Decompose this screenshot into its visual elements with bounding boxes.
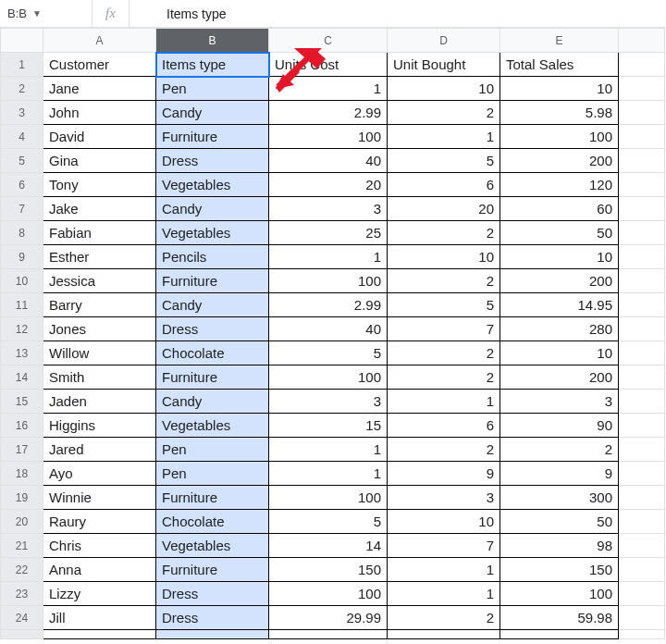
formula-input[interactable]: Items type [130, 0, 666, 27]
cell[interactable] [619, 582, 665, 606]
cell[interactable]: Jaden [43, 390, 156, 414]
row-header[interactable]: 1 [1, 53, 43, 77]
name-box[interactable]: B:B ▼ [0, 0, 92, 27]
row-header[interactable]: 8 [1, 221, 43, 245]
row-header[interactable]: 11 [1, 293, 43, 317]
cell[interactable]: 200 [500, 269, 619, 293]
col-header-A[interactable]: A [43, 29, 156, 53]
cell[interactable]: 40 [269, 149, 388, 173]
cell[interactable]: 120 [500, 173, 619, 197]
col-header-B[interactable]: B [156, 29, 269, 53]
cell[interactable]: Furniture [156, 125, 269, 149]
cell[interactable]: 2.99 [269, 101, 388, 125]
cell[interactable]: Vegetables [156, 221, 269, 245]
cell[interactable]: Dress [156, 149, 269, 173]
cell[interactable]: Jill [43, 606, 156, 630]
cell[interactable] [619, 269, 665, 293]
cell[interactable]: Jared [43, 438, 156, 462]
cell[interactable]: Items type [156, 53, 269, 77]
cell[interactable] [619, 173, 665, 197]
cell[interactable]: 10 [388, 245, 500, 269]
row-header[interactable]: 12 [1, 317, 43, 341]
cell[interactable] [269, 630, 388, 639]
cell[interactable] [619, 77, 665, 101]
cell[interactable]: Vegetables [156, 173, 269, 197]
cell[interactable]: 5 [269, 341, 388, 365]
cell[interactable]: 3 [388, 486, 500, 510]
cell[interactable] [619, 534, 665, 558]
cell[interactable]: 2 [388, 101, 500, 125]
cell[interactable]: Jake [43, 197, 156, 221]
cell[interactable]: 1 [269, 462, 388, 486]
cell[interactable]: Anna [43, 558, 156, 582]
cell[interactable]: Furniture [156, 486, 269, 510]
cell[interactable]: 9 [388, 462, 500, 486]
cell[interactable]: 20 [388, 197, 500, 221]
col-header-E[interactable]: E [500, 29, 619, 53]
cell[interactable]: Candy [156, 101, 269, 125]
row-header[interactable]: 13 [1, 341, 43, 365]
cell[interactable]: 2.99 [269, 293, 388, 317]
row-header[interactable]: 10 [1, 269, 43, 293]
row-header[interactable]: 15 [1, 390, 43, 414]
cell[interactable] [619, 414, 665, 438]
cell[interactable]: 2 [388, 365, 500, 390]
cell[interactable] [156, 630, 269, 639]
cell[interactable]: 150 [500, 558, 619, 582]
cell[interactable]: David [43, 125, 156, 149]
cell[interactable]: 2 [500, 438, 619, 462]
row-header[interactable]: 6 [1, 173, 43, 197]
cell[interactable]: 5.98 [500, 101, 619, 125]
cell[interactable]: 7 [388, 317, 500, 341]
cell[interactable]: Lizzy [43, 582, 156, 606]
row-header[interactable]: 24 [1, 606, 43, 630]
cell[interactable] [619, 245, 665, 269]
cell[interactable]: Furniture [156, 365, 269, 390]
cell[interactable]: 1 [388, 558, 500, 582]
cell[interactable]: 10 [500, 77, 619, 101]
cell[interactable]: John [43, 101, 156, 125]
cell[interactable]: 90 [500, 414, 619, 438]
cell[interactable]: Fabian [43, 221, 156, 245]
cell[interactable]: Candy [156, 293, 269, 317]
row-header[interactable]: 4 [1, 125, 43, 149]
cell[interactable]: 100 [500, 582, 619, 606]
cell[interactable]: Furniture [156, 558, 269, 582]
row-header[interactable]: 22 [1, 558, 43, 582]
cell[interactable]: 2 [388, 221, 500, 245]
cell[interactable]: 5 [388, 293, 500, 317]
cell[interactable]: 3 [269, 197, 388, 221]
cell[interactable]: 1 [388, 125, 500, 149]
cell[interactable]: Chocolate [156, 510, 269, 534]
cell[interactable] [619, 125, 665, 149]
cell[interactable]: 100 [500, 125, 619, 149]
cell[interactable]: 1 [269, 77, 388, 101]
cell[interactable]: 15 [269, 414, 388, 438]
cell[interactable] [619, 390, 665, 414]
row-header[interactable]: 3 [1, 101, 43, 125]
cell[interactable]: 6 [388, 414, 500, 438]
cell[interactable] [619, 510, 665, 534]
cell[interactable]: Jane [43, 77, 156, 101]
col-header-C[interactable]: C [269, 29, 388, 53]
cell[interactable]: 29.99 [269, 606, 388, 630]
cell[interactable]: Dress [156, 582, 269, 606]
cell[interactable]: Pen [156, 462, 269, 486]
row-header[interactable]: 23 [1, 582, 43, 606]
cell[interactable] [619, 221, 665, 245]
cell[interactable]: 98 [500, 534, 619, 558]
cell[interactable]: 50 [500, 510, 619, 534]
cell[interactable] [388, 630, 500, 639]
cell[interactable]: 9 [500, 462, 619, 486]
cell[interactable]: 10 [500, 341, 619, 365]
cell[interactable] [619, 197, 665, 221]
select-all-corner[interactable] [1, 29, 43, 53]
row-header[interactable]: 21 [1, 534, 43, 558]
cell[interactable]: 1 [388, 582, 500, 606]
cell[interactable]: 6 [388, 173, 500, 197]
row-header[interactable]: 17 [1, 438, 43, 462]
cell[interactable]: 2 [388, 341, 500, 365]
cell[interactable] [43, 630, 156, 639]
cell[interactable]: 1 [388, 390, 500, 414]
cell[interactable]: Willow [43, 341, 156, 365]
